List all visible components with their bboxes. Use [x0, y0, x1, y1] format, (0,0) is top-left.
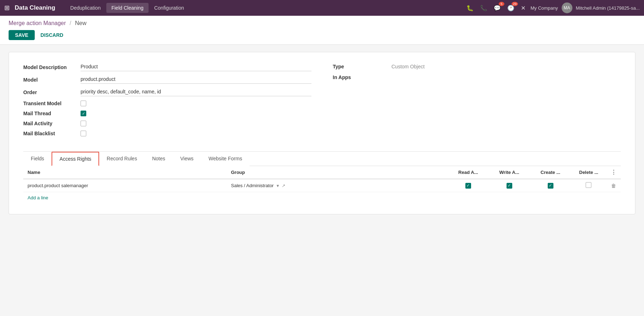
mail-blacklist-label: Mail Blacklist [23, 131, 81, 136]
col-header-read: Read A... [448, 166, 489, 179]
row-name: product.product salemanager [23, 179, 227, 192]
mail-thread-row: Mail Thread [23, 111, 311, 116]
col-header-delete: Delete ... [571, 166, 606, 179]
mail-activity-label: Mail Activity [23, 121, 81, 126]
tab-fields[interactable]: Fields [23, 152, 52, 166]
chat-icon[interactable]: 💬5 [492, 3, 502, 13]
model-label: Model [23, 77, 81, 83]
row-read [448, 179, 489, 192]
tab-notes[interactable]: Notes [145, 152, 173, 166]
main-content: Model Description Product Model product.… [0, 45, 644, 316]
write-checkbox[interactable] [507, 183, 512, 189]
menu-field-cleaning[interactable]: Field Cleaning [106, 3, 149, 13]
bug-icon[interactable]: 🐛 [465, 3, 475, 13]
model-value[interactable]: product.product [81, 76, 311, 84]
model-row: Model product.product [23, 76, 311, 84]
grid-icon[interactable]: ⊞ [4, 4, 10, 12]
form-left: Model Description Product Model product.… [23, 63, 311, 141]
mail-thread-checkbox[interactable] [81, 111, 86, 116]
mail-activity-checkbox[interactable] [81, 121, 86, 126]
col-header-name: Name [23, 166, 227, 179]
read-checkbox[interactable] [465, 183, 471, 189]
tabs-bar: Fields Access Rights Record Rules Notes … [23, 152, 621, 166]
mail-thread-checkbox-wrapper [81, 111, 86, 116]
access-rights-table-container: Name Group Read A... Write A... Create .… [23, 166, 621, 203]
order-label: Order [23, 89, 81, 95]
create-checkbox[interactable] [548, 183, 553, 189]
topnav-menu: Deduplication Field Cleaning Configurati… [65, 3, 462, 13]
save-button[interactable]: SAVE [9, 30, 35, 40]
row-action: 🗑 [606, 179, 621, 192]
transient-model-row: Transient Model [23, 101, 311, 106]
page-actions: SAVE DISCARD [9, 30, 635, 44]
username[interactable]: Mitchell Admin (14179825-sa... [576, 5, 640, 11]
clock-icon[interactable]: 🕐29 [506, 3, 516, 13]
type-row: Type Custom Object [333, 63, 621, 70]
order-row: Order priority desc, default_code, name,… [23, 88, 311, 96]
model-description-label: Model Description [23, 64, 81, 70]
mail-blacklist-checkbox-wrapper [81, 131, 86, 136]
tab-record-rules[interactable]: Record Rules [99, 152, 145, 166]
type-label: Type [333, 64, 390, 69]
mail-activity-row: Mail Activity [23, 121, 311, 126]
in-apps-value[interactable] [390, 77, 621, 78]
delete-checkbox[interactable] [586, 182, 591, 188]
row-group: Sales / Administrator ▼ ↗ [227, 179, 447, 192]
close-icon[interactable]: ✕ [519, 3, 527, 13]
form-card: Model Description Product Model product.… [9, 52, 635, 214]
app-brand: Data Cleaning [15, 4, 55, 11]
discard-button[interactable]: DISCARD [39, 30, 65, 40]
model-description-row: Model Description Product [23, 63, 311, 71]
form-right: Type Custom Object In Apps [333, 63, 621, 141]
table-row: product.product salemanager Sales / Admi… [23, 179, 621, 192]
company-name[interactable]: My Company [531, 5, 558, 11]
breadcrumb-current: New [75, 20, 86, 26]
model-description-value[interactable]: Product [81, 63, 311, 71]
row-delete [571, 179, 606, 192]
transient-model-checkbox-wrapper [81, 101, 86, 106]
row-write [489, 179, 530, 192]
more-columns-icon[interactable]: ⋮ [611, 169, 616, 175]
mail-activity-checkbox-wrapper [81, 121, 86, 126]
group-dropdown-icon[interactable]: ▼ [276, 184, 280, 188]
menu-configuration[interactable]: Configuration [149, 3, 189, 13]
breadcrumb-parent[interactable]: Merge action Manager [9, 20, 66, 26]
form-section: Model Description Product Model product.… [23, 63, 621, 141]
topnav: ⊞ Data Cleaning Deduplication Field Clea… [0, 0, 644, 16]
group-external-link-icon[interactable]: ↗ [282, 183, 285, 188]
in-apps-label: In Apps [333, 74, 390, 80]
mail-blacklist-row: Mail Blacklist [23, 131, 311, 136]
user-avatar[interactable]: MA [562, 3, 572, 13]
add-line-button[interactable]: Add a line [23, 192, 53, 203]
tab-website-forms[interactable]: Website Forms [201, 152, 250, 166]
row-create [530, 179, 571, 192]
phone-icon[interactable]: 📞 [479, 3, 489, 13]
tab-views[interactable]: Views [173, 152, 201, 166]
mail-thread-label: Mail Thread [23, 111, 81, 116]
tabs-container: Fields Access Rights Record Rules Notes … [23, 151, 621, 203]
menu-deduplication[interactable]: Deduplication [65, 3, 106, 13]
type-value: Custom Object [390, 63, 621, 70]
transient-model-checkbox[interactable] [81, 101, 86, 106]
chat-badge: 5 [499, 2, 504, 6]
col-header-more: ⋮ [606, 166, 621, 179]
group-value: Sales / Administrator [231, 183, 273, 188]
breadcrumb: Merge action Manager / New [9, 20, 635, 26]
tab-access-rights[interactable]: Access Rights [52, 152, 99, 166]
page-header: Merge action Manager / New SAVE DISCARD [0, 16, 644, 45]
col-header-group: Group [227, 166, 447, 179]
mail-blacklist-checkbox[interactable] [81, 131, 86, 136]
delete-row-icon[interactable]: 🗑 [611, 183, 616, 189]
group-cell: Sales / Administrator ▼ ↗ [231, 183, 443, 188]
clock-badge: 29 [512, 2, 518, 6]
topnav-right: 🐛 📞 💬5 🕐29 ✕ My Company MA Mitchell Admi… [465, 3, 640, 13]
order-value[interactable]: priority desc, default_code, name, id [81, 88, 311, 96]
breadcrumb-separator: / [70, 20, 71, 26]
col-header-create: Create ... [530, 166, 571, 179]
transient-model-label: Transient Model [23, 101, 81, 106]
col-header-write: Write A... [489, 166, 530, 179]
in-apps-row: In Apps [333, 74, 621, 80]
access-rights-table: Name Group Read A... Write A... Create .… [23, 166, 621, 192]
